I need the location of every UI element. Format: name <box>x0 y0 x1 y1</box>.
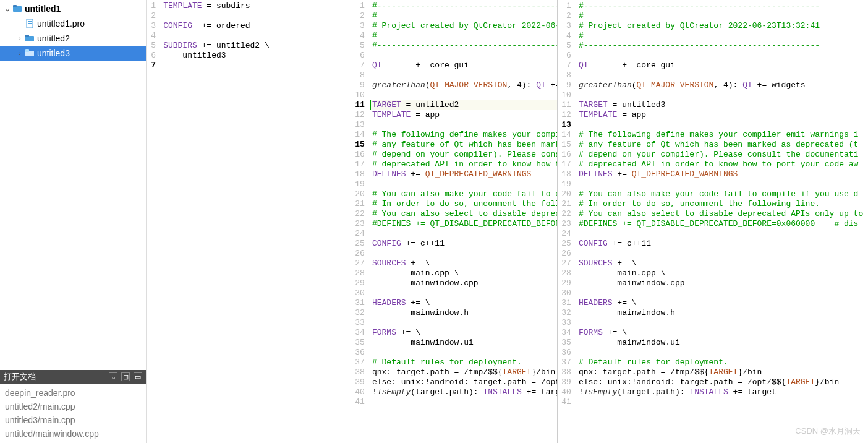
code-line[interactable]: TEMPLATE = subdirs <box>163 1 270 11</box>
code-line[interactable] <box>163 61 270 71</box>
code-line[interactable]: greaterThan(QT_MAJOR_VERSION, 4): QT += … <box>579 80 868 90</box>
code-line[interactable]: !isEmpty(target.path): INSTALLS += targe… <box>372 387 557 397</box>
code-line[interactable]: FORMS += \ <box>579 328 868 338</box>
open-doc-item[interactable]: untitled3/main.cpp <box>5 413 141 427</box>
code-line[interactable]: SOURCES += \ <box>579 259 868 269</box>
code-line[interactable]: else: unix:!android: target.path = /opt/… <box>372 377 557 387</box>
code-line[interactable]: qnx: target.path = /tmp/$${TARGET}/bin <box>579 368 868 377</box>
chevron-down-icon[interactable]: ⌄ <box>2 6 12 12</box>
code-line[interactable]: greaterThan(QT_MAJOR_VERSION, 4): QT += … <box>372 80 557 90</box>
code-line[interactable] <box>372 90 557 100</box>
code-line[interactable] <box>579 397 868 407</box>
code-line[interactable]: HEADERS += \ <box>372 298 557 308</box>
code-line[interactable]: # In order to do so, uncomment the follo… <box>579 199 868 209</box>
code-line[interactable]: # You can also make your code fail to co… <box>579 189 868 199</box>
code-line[interactable]: TARGET = untitled2 <box>370 100 557 110</box>
code-line[interactable]: QT += core gui <box>579 61 868 71</box>
open-doc-item[interactable]: untitled2/main.cpp <box>5 400 141 413</box>
code-line[interactable]: # Project created by QtCreator 2022-06-2… <box>579 21 868 31</box>
code-line[interactable]: mainwindow.h <box>579 308 868 318</box>
split-icon[interactable]: ⊞ <box>121 372 130 381</box>
tree-file[interactable]: untitled1.pro <box>0 16 146 31</box>
code-line[interactable] <box>579 71 868 80</box>
code-line[interactable]: #DEFINES += QT_DISABLE_DEPRECATED_BEFORE… <box>579 219 868 229</box>
code-line[interactable]: # any feature of Qt which has been marke… <box>579 140 868 150</box>
code-line[interactable]: # Default rules for deployment. <box>372 358 557 368</box>
code-line[interactable]: # <box>579 31 868 41</box>
code-line[interactable]: TEMPLATE = app <box>372 110 557 120</box>
editor-pane-1[interactable]: 1234567TEMPLATE = subdirsCONFIG += order… <box>147 0 351 443</box>
code-line[interactable]: # deprecated API in order to know how to… <box>579 160 868 170</box>
code-line[interactable]: # The following define makes your compil… <box>372 130 557 140</box>
code-line[interactable]: CONFIG += c++11 <box>372 239 557 249</box>
code-line[interactable] <box>372 71 557 80</box>
code-line[interactable]: # depend on your compiler). Please consu… <box>579 150 868 160</box>
editor-pane-2[interactable]: 1234567891011121314151617181920212223242… <box>351 0 557 443</box>
code-line[interactable]: qnx: target.path = /tmp/$${TARGET}/bin <box>372 368 557 377</box>
code-line[interactable]: # The following define makes your compil… <box>579 130 868 140</box>
editor-pane-3[interactable]: 1234567891011121314151617181920212223242… <box>557 0 868 443</box>
code-line[interactable] <box>372 288 557 298</box>
code-line[interactable]: # deprecated API in order to know how to <box>372 160 557 170</box>
code-line[interactable] <box>163 31 270 41</box>
code-line[interactable]: mainwindow.ui <box>372 338 557 348</box>
code-line[interactable] <box>579 288 868 298</box>
code-line[interactable] <box>579 348 868 358</box>
code-line[interactable]: else: unix:!android: target.path = /opt/… <box>579 377 868 387</box>
code-line[interactable]: # Project created by QtCreator 2022-06-2… <box>372 21 557 31</box>
tree-root[interactable]: ⌄ untitled1 <box>0 1 146 16</box>
code-line[interactable]: #---------------------------------------… <box>372 41 557 51</box>
code-line[interactable] <box>579 249 868 259</box>
code-line[interactable]: mainwindow.ui <box>579 338 868 348</box>
code-line[interactable] <box>163 11 270 21</box>
code-line[interactable]: mainwindow.h <box>372 308 557 318</box>
code-line[interactable]: TEMPLATE = app <box>579 110 868 120</box>
code-line[interactable]: # <box>372 11 557 21</box>
project-tree[interactable]: ⌄ untitled1 untitled1.pro › untitled2 › … <box>0 0 146 370</box>
code-line[interactable]: # any feature of Qt which has been marke… <box>372 140 557 150</box>
code-line[interactable]: QT += core gui <box>372 61 557 71</box>
tree-folder[interactable]: › untitled2 <box>0 31 146 46</box>
code-line[interactable]: # You can also select to disable depreca… <box>579 209 868 219</box>
code-line[interactable]: # Default rules for deployment. <box>579 358 868 368</box>
code-line[interactable]: SOURCES += \ <box>372 259 557 269</box>
chevron-right-icon[interactable]: › <box>15 50 25 57</box>
code-line[interactable]: #---------------------------------------… <box>372 1 557 11</box>
code-line[interactable] <box>372 249 557 259</box>
code-line[interactable]: CONFIG += c++11 <box>579 239 868 249</box>
code-line[interactable] <box>579 179 868 189</box>
code-line[interactable]: HEADERS += \ <box>579 298 868 308</box>
close-panel-icon[interactable]: ▭ <box>134 372 142 381</box>
open-doc-item[interactable]: untitled/mainwindow.cpp <box>5 427 141 441</box>
code-line[interactable] <box>372 179 557 189</box>
code-line[interactable]: FORMS += \ <box>372 328 557 338</box>
code-line[interactable]: # <box>372 31 557 41</box>
code-line[interactable]: DEFINES += QT_DEPRECATED_WARNINGS <box>372 170 557 179</box>
code-line[interactable]: CONFIG += ordered <box>163 21 270 31</box>
chevron-right-icon[interactable]: › <box>15 35 25 42</box>
code-line[interactable] <box>372 348 557 358</box>
code-line[interactable]: SUBDIRS += untitled2 \ <box>163 41 270 51</box>
code-line[interactable]: # <box>579 11 868 21</box>
code-line[interactable] <box>372 397 557 407</box>
code-line[interactable]: # You can also make your code fail to co… <box>372 189 557 199</box>
open-doc-item[interactable]: deepin_reader.pro <box>5 386 141 400</box>
code-line[interactable] <box>372 120 557 130</box>
code-line[interactable] <box>579 318 868 328</box>
code-line[interactable] <box>579 51 868 61</box>
open-docs-list[interactable]: deepin_reader.pro untitled2/main.cpp unt… <box>0 384 146 443</box>
code-line[interactable]: # You can also select to disable depreca… <box>372 209 557 219</box>
code-line[interactable]: untitled3 <box>163 51 270 61</box>
code-line[interactable]: # depend on your compiler). Please consu… <box>372 150 557 160</box>
code-line[interactable] <box>372 229 557 239</box>
code-line[interactable]: #---------------------------------------… <box>579 41 868 51</box>
code-line[interactable] <box>372 318 557 328</box>
code-line[interactable]: # In order to do so, uncomment the follo… <box>372 199 557 209</box>
code-line[interactable]: main.cpp \ <box>372 269 557 278</box>
code-line[interactable]: DEFINES += QT_DEPRECATED_WARNINGS <box>579 170 868 179</box>
code-line[interactable]: #DEFINES += QT_DISABLE_DEPRECATED_BEFORE… <box>372 219 557 229</box>
code-line[interactable] <box>579 229 868 239</box>
tree-folder-selected[interactable]: › untitled3 <box>0 46 146 61</box>
code-line[interactable] <box>579 90 868 100</box>
code-line[interactable]: mainwindow.cpp <box>372 278 557 288</box>
